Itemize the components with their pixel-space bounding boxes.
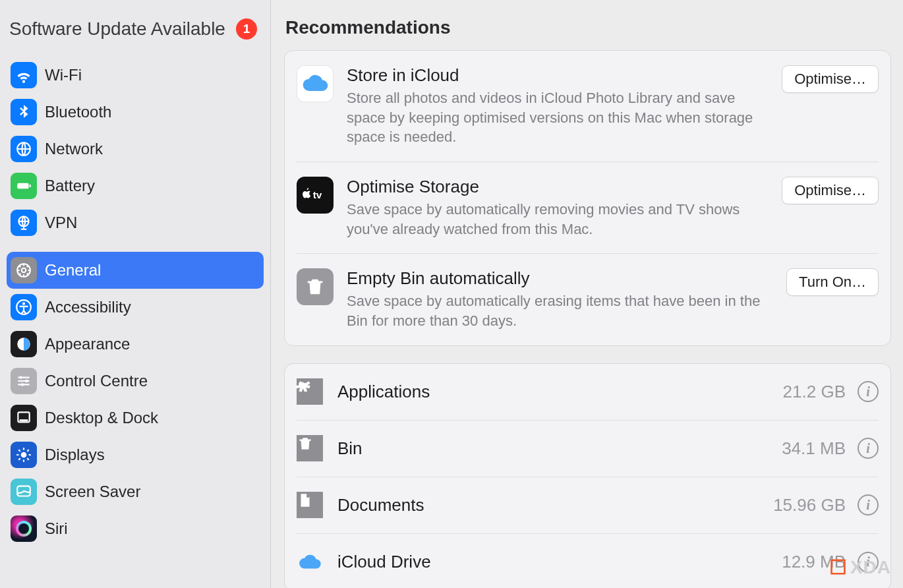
sidebar-item-screen-saver[interactable]: Screen Saver	[7, 473, 264, 510]
sidebar-item-label: Accessibility	[45, 298, 131, 316]
sidebar-item-label: Desktop & Dock	[45, 409, 158, 427]
sidebar-item-network[interactable]: Network	[7, 131, 264, 167]
sidebar-item-displays[interactable]: Displays	[7, 436, 264, 473]
storage-panel: Applications 21.2 GB i Bin 34.1 MB i Doc…	[284, 363, 891, 588]
update-badge: 1	[236, 18, 257, 40]
sidebar-item-label: Wi-Fi	[45, 66, 82, 84]
sidebar-item-label: Control Centre	[45, 372, 148, 390]
sidebar-group-system: General Accessibility Appearance Control…	[0, 252, 270, 558]
recommendation-description: Store all photos and videos in iCloud Ph…	[347, 88, 771, 147]
gear-icon	[11, 257, 37, 283]
optimise-storage-button[interactable]: Optimise…	[782, 177, 879, 204]
sidebar-item-label: Appearance	[45, 335, 130, 353]
doc-icon	[297, 492, 323, 518]
sidebar-item-label: Siri	[45, 519, 68, 538]
recommendation-optimise-storage: Optimise Storage Save space by automatic…	[297, 162, 879, 254]
storage-label: iCloud Drive	[337, 552, 782, 572]
sidebar-item-accessibility[interactable]: Accessibility	[7, 289, 264, 326]
recommendation-description: Save space by automatically erasing item…	[347, 291, 776, 330]
doc-icon	[297, 492, 323, 518]
storage-size: 15.96 GB	[773, 495, 846, 515]
globe-icon	[11, 136, 37, 162]
info-button-documents[interactable]: i	[858, 494, 879, 515]
sidebar-item-wifi[interactable]: Wi-Fi	[7, 57, 264, 94]
globe-vpn-icon	[11, 210, 37, 236]
appearance-icon	[11, 331, 37, 357]
recommendation-description: Save space by automatically removing mov…	[347, 200, 771, 239]
sidebar-item-battery[interactable]: Battery	[7, 167, 264, 204]
sidebar-item-bluetooth[interactable]: Bluetooth	[7, 94, 264, 131]
sidebar-item-label: Displays	[45, 446, 105, 464]
info-button-bin[interactable]: i	[858, 438, 879, 459]
watermark: ☐XDA	[829, 556, 891, 579]
sidebar-item-label: General	[45, 261, 101, 279]
trash-icon	[297, 435, 323, 461]
recommendation-title: Optimise Storage	[347, 177, 771, 197]
access-icon	[11, 294, 37, 320]
appletv-icon	[297, 177, 334, 214]
storage-label: Bin	[337, 438, 782, 459]
recommendation-body: Empty Bin automatically Save space by au…	[347, 268, 786, 330]
recommendation-store-in-icloud: Store in iCloud Store all photos and vid…	[297, 51, 879, 162]
sidebar-item-label: Battery	[45, 177, 95, 195]
sliders-icon	[11, 368, 37, 394]
bluetooth-icon	[11, 99, 37, 125]
storage-row-bin: Bin 34.1 MB i	[297, 421, 879, 477]
empty-bin-automatically-button[interactable]: Turn On…	[786, 268, 879, 296]
trash-icon	[297, 268, 334, 305]
sidebar-item-general[interactable]: General	[7, 252, 264, 289]
storage-size: 21.2 GB	[783, 382, 846, 402]
info-button-applications[interactable]: i	[858, 381, 879, 402]
storage-size: 34.1 MB	[782, 438, 846, 459]
storage-label: Documents	[337, 495, 773, 515]
recommendations-panel: Store in iCloud Store all photos and vid…	[284, 50, 891, 346]
recommendation-body: Optimise Storage Save space by automatic…	[347, 177, 782, 239]
sidebar: Software Update Available 1 Wi-Fi Blueto…	[0, 0, 271, 588]
storage-row-applications: Applications 21.2 GB i	[297, 364, 879, 421]
sidebar-group-network: Wi-Fi Bluetooth Network Battery VPN	[0, 57, 270, 252]
storage-label: Applications	[337, 382, 783, 402]
store-in-icloud-button[interactable]: Optimise…	[782, 65, 879, 93]
wifi-icon	[11, 62, 37, 88]
sidebar-item-label: Screen Saver	[45, 483, 140, 501]
storage-row-documents: Documents 15.96 GB i	[297, 477, 879, 534]
storage-row-icloud-drive: iCloud Drive 12.9 MB i	[297, 534, 879, 588]
recommendation-empty-bin-automatically: Empty Bin automatically Save space by au…	[297, 254, 879, 345]
sidebar-item-vpn[interactable]: VPN	[7, 204, 264, 241]
sidebar-item-label: Bluetooth	[45, 103, 111, 121]
screensaver-icon	[11, 479, 37, 505]
sidebar-item-label: Network	[45, 140, 103, 158]
sidebar-item-desktop-dock[interactable]: Desktop & Dock	[7, 399, 264, 436]
apps-icon	[297, 378, 323, 405]
sun-icon	[11, 442, 37, 468]
recommendation-body: Store in iCloud Store all photos and vid…	[347, 65, 782, 147]
software-update-title: Software Update Available	[9, 18, 225, 40]
battery-icon	[11, 173, 37, 199]
sidebar-item-control-centre[interactable]: Control Centre	[7, 363, 264, 399]
trash-icon	[297, 435, 323, 461]
cloud-icon	[297, 65, 334, 102]
cloud-icon	[297, 549, 323, 575]
sidebar-item-appearance[interactable]: Appearance	[7, 326, 264, 363]
recommendation-title: Store in iCloud	[347, 65, 771, 86]
main-content: Recommendations Store in iCloud Store al…	[271, 0, 903, 588]
software-update-row[interactable]: Software Update Available 1	[0, 7, 270, 57]
sidebar-item-label: VPN	[45, 214, 77, 232]
recommendation-title: Empty Bin automatically	[347, 268, 776, 289]
recommendations-heading: Recommendations	[285, 17, 891, 38]
apps-icon	[297, 378, 323, 405]
siri-icon	[11, 515, 37, 542]
sidebar-item-siri[interactable]: Siri	[7, 510, 264, 547]
dock-icon	[11, 405, 37, 431]
